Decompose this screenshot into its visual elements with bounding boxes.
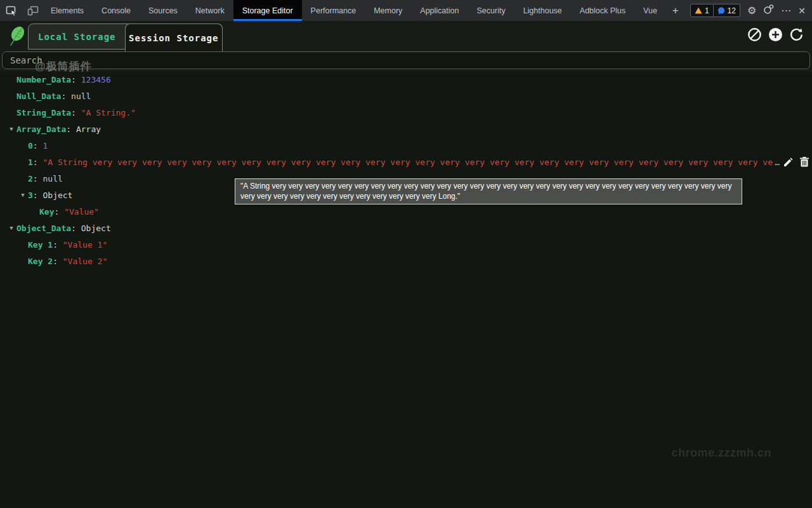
- tree-colon: :: [33, 174, 43, 184]
- devtools-tab-adblock-plus[interactable]: Adblock Plus: [571, 0, 634, 21]
- tree-colon: :: [66, 124, 76, 134]
- storage-editor-header: Local StorageSession Storage @极简插件: [0, 21, 812, 72]
- tree-value: Object: [43, 190, 72, 200]
- expand-arrow-icon[interactable]: ▼: [18, 192, 28, 198]
- storage-tree: Number_Data: 123456Null_Data: nullString…: [0, 71, 812, 508]
- tree-row-object-data[interactable]: ▼Object_Data: Object: [0, 220, 812, 236]
- devtools-tab-lighthouse[interactable]: Lighthouse: [514, 0, 571, 21]
- tree-value: "A String very very very very very very …: [43, 157, 773, 167]
- refresh-icon[interactable]: [789, 27, 804, 42]
- storage-type-tabs: Local StorageSession Storage: [28, 23, 223, 50]
- tree-row-1[interactable]: 1: "A String very very very very very ve…: [0, 154, 812, 170]
- tree-row-null-data[interactable]: Null_Data: null: [0, 88, 812, 104]
- warnings-count: 1: [705, 6, 709, 15]
- storage-tab-session-storage[interactable]: Session Storage: [125, 23, 223, 51]
- devtools-tab-console[interactable]: Console: [93, 0, 140, 21]
- tree-key: Number_Data: [16, 75, 71, 84]
- warnings-badge[interactable]: 1: [690, 4, 714, 17]
- tree-value: "Value": [64, 207, 99, 217]
- tree-key: Object_Data: [16, 224, 71, 233]
- devtools-tab-performance[interactable]: Performance: [302, 0, 365, 21]
- more-tabs-button[interactable]: +: [666, 0, 685, 21]
- tree-colon: :: [71, 75, 81, 84]
- tree-key: 1: [28, 157, 33, 167]
- tree-key: Key 1: [28, 240, 53, 250]
- expand-arrow-icon[interactable]: ▼: [6, 126, 16, 132]
- tree-colon: :: [53, 257, 63, 266]
- more-options-icon[interactable]: ⋯: [781, 6, 791, 16]
- tree-key: Key 2: [28, 257, 53, 266]
- tree-value: Object: [81, 224, 111, 233]
- tree-value: null: [43, 174, 62, 184]
- warning-triangle-icon: [695, 7, 702, 14]
- extension-leaf-logo: [6, 25, 27, 50]
- settings-gear-icon[interactable]: ⚙: [747, 6, 756, 16]
- issues-bubble-icon: [717, 7, 725, 15]
- devtools-tab-elements[interactable]: Elements: [42, 0, 93, 21]
- feedback-icon[interactable]: [763, 4, 774, 17]
- tree-colon: :: [33, 190, 43, 200]
- extension-watermark: @极简插件: [35, 59, 92, 74]
- site-watermark: chrome.zzzmh.cn: [671, 446, 771, 460]
- tree-row-number-data[interactable]: Number_Data: 123456: [0, 71, 812, 88]
- tree-key: String_Data: [16, 108, 71, 117]
- devtools-tab-storage-editor[interactable]: Storage Editor: [233, 0, 302, 21]
- tree-key: Key: [39, 207, 54, 217]
- expand-arrow-icon[interactable]: ▼: [6, 225, 16, 231]
- add-item-icon[interactable]: [768, 27, 783, 42]
- tree-colon: :: [71, 108, 81, 117]
- tree-value: 1: [43, 141, 48, 150]
- tree-colon: :: [33, 157, 43, 167]
- tree-colon: :: [61, 91, 71, 101]
- tree-row-string-data[interactable]: String_Data: "A String.": [0, 104, 812, 121]
- value-tooltip: "A String very very very very very very …: [235, 178, 742, 204]
- tree-key: 3: [28, 190, 33, 200]
- tree-row-array-data[interactable]: ▼Array_Data: Array: [0, 121, 812, 137]
- device-toolbar-icon[interactable]: [27, 4, 39, 17]
- search-input[interactable]: [2, 51, 810, 69]
- delete-trash-icon[interactable]: [800, 157, 809, 167]
- devtools-tab-network[interactable]: Network: [187, 0, 233, 21]
- truncation-ellipsis: …: [775, 157, 780, 167]
- issues-count: 12: [728, 6, 736, 15]
- tree-row-key[interactable]: Key: "Value": [0, 203, 812, 220]
- tree-value: 123456: [81, 75, 111, 84]
- tree-key: 2: [28, 174, 33, 184]
- tree-row-key-1[interactable]: Key 1: "Value 1": [0, 236, 812, 253]
- tree-value: "A String.": [81, 108, 136, 117]
- tree-row-key-2[interactable]: Key 2: "Value 2": [0, 253, 812, 269]
- tree-value: Array: [76, 124, 101, 134]
- devtools-tab-vue[interactable]: Vue: [634, 0, 666, 21]
- clear-all-icon[interactable]: [747, 27, 762, 42]
- tree-colon: :: [54, 207, 64, 217]
- tree-key: 0: [28, 141, 33, 150]
- storage-tab-local-storage[interactable]: Local Storage: [29, 24, 126, 49]
- tree-value: null: [71, 91, 91, 101]
- tree-value: "Value 2": [63, 257, 107, 266]
- tree-key: Null_Data: [16, 91, 61, 101]
- tree-colon: :: [71, 224, 81, 233]
- devtools-tab-memory[interactable]: Memory: [365, 0, 411, 21]
- devtools-tabs: ElementsConsoleSourcesNetworkStorage Edi…: [42, 0, 666, 21]
- devtools-tab-security[interactable]: Security: [468, 0, 514, 21]
- issues-badge[interactable]: 12: [714, 4, 740, 17]
- tree-value: "Value 1": [63, 240, 107, 250]
- devtools-bar: ElementsConsoleSourcesNetworkStorage Edi…: [0, 0, 812, 21]
- close-devtools-icon[interactable]: ✕: [798, 6, 806, 16]
- edit-pencil-icon[interactable]: [783, 157, 793, 167]
- devtools-tab-application[interactable]: Application: [411, 0, 468, 21]
- inspect-element-icon[interactable]: [5, 4, 18, 17]
- devtools-tab-sources[interactable]: Sources: [140, 0, 187, 21]
- tree-key: Array_Data: [16, 124, 66, 134]
- row-actions: [783, 157, 812, 167]
- tree-colon: :: [53, 240, 63, 250]
- tree-colon: :: [33, 141, 43, 150]
- tree-row-0[interactable]: 0: 1: [0, 137, 812, 154]
